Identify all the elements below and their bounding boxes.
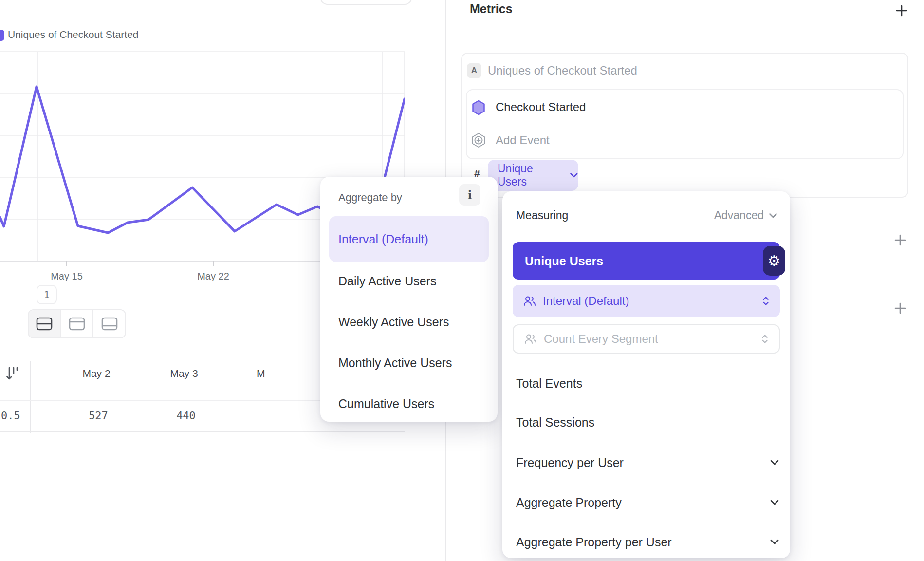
add-filter-plus-icon[interactable] [893, 233, 907, 247]
measuring-option-label: Frequency per User [516, 456, 624, 470]
add-event-icon [471, 132, 486, 148]
users-icon [524, 334, 537, 344]
layout-toggle-group [28, 309, 126, 338]
measuring-option[interactable]: Aggregate Property per User [502, 531, 790, 553]
aggregate-option[interactable]: Weekly Active Users [338, 315, 449, 329]
event-card [466, 89, 904, 159]
info-icon[interactable]: i [459, 184, 480, 206]
layout-footer-bottom-button[interactable] [92, 310, 125, 337]
add-event-button[interactable]: Add Event [496, 133, 550, 147]
measuring-option[interactable]: Frequency per User [502, 452, 790, 473]
chevron-down-icon [770, 460, 779, 466]
users-icon [523, 296, 536, 306]
table-column-header[interactable]: M [257, 366, 265, 381]
aggregate-by-title: Aggregate by [338, 191, 402, 204]
footer-bottom-icon [101, 317, 118, 331]
layout-split-rows-button[interactable] [29, 310, 60, 337]
table-cell-value: 527 [89, 409, 108, 423]
interval-selector-row[interactable]: Interval (Default) [513, 285, 780, 317]
measuring-option[interactable]: Total Events [502, 373, 790, 394]
aggregate-option-selected[interactable]: Interval (Default) [329, 216, 489, 262]
aggregate-by-popup: Aggregate by i Interval (Default) Daily … [320, 177, 498, 422]
interval-label: Interval (Default) [543, 294, 629, 308]
measuring-option[interactable]: Total Sessions [502, 411, 790, 433]
table-cell-value: 440 [176, 409, 196, 423]
event-name[interactable]: Checkout Started [496, 100, 586, 114]
segment-label: Count Every Segment [544, 332, 658, 346]
split-rows-icon [36, 317, 53, 331]
table-column-separator [30, 361, 31, 433]
measuring-popup: Measuring Advanced Unique Users ⚙ Interv… [502, 191, 790, 558]
layout-header-top-button[interactable] [60, 310, 93, 337]
series-count-badge[interactable]: 1 [37, 285, 57, 304]
sort-rows-icon[interactable] [6, 365, 20, 382]
measuring-option-label: Aggregate Property per User [516, 535, 672, 549]
measurement-pill-label: Unique Users [498, 162, 564, 188]
updown-chevron-icon [762, 296, 769, 306]
add-breakdown-plus-icon[interactable] [893, 301, 907, 315]
aggregate-option[interactable]: Daily Active Users [338, 274, 436, 288]
metric-letter-badge: A [467, 63, 481, 78]
metric-name-label[interactable]: Uniques of Checkout Started [488, 64, 637, 77]
table-column-header[interactable]: May 3 [170, 366, 198, 381]
header-top-icon [68, 317, 86, 331]
advanced-label: Advanced [714, 209, 764, 222]
advanced-toggle[interactable]: Advanced [714, 209, 777, 222]
aggregate-option[interactable]: Cumulative Users [338, 397, 434, 411]
chevron-down-icon [770, 539, 779, 545]
table-column-header[interactable]: May 2 [82, 366, 110, 381]
event-hexagon-icon [472, 100, 485, 115]
chevron-down-icon [769, 213, 777, 219]
x-axis-tick-label: May 15 [51, 271, 83, 281]
add-metric-plus-icon[interactable] [895, 4, 908, 18]
insights-app: Uniques of Checkout Started May 15May 22… [0, 0, 924, 561]
chevron-down-icon [570, 172, 578, 178]
aggregate-selected-label: Interval (Default) [338, 232, 428, 246]
metrics-panel-title: Metrics [470, 2, 513, 16]
measuring-option-label: Total Events [516, 376, 582, 391]
aggregate-option[interactable]: Monthly Active Users [338, 356, 452, 370]
count-every-segment-row[interactable]: Count Every Segment [513, 324, 780, 354]
updown-chevron-icon [761, 334, 768, 344]
measuring-title: Measuring [516, 209, 568, 222]
measuring-option-label: Total Sessions [516, 415, 594, 430]
chevron-down-icon [770, 500, 779, 506]
measuring-option-unique-users[interactable]: Unique Users ⚙ [513, 242, 780, 280]
table-bottom-border [0, 431, 405, 432]
gear-icon[interactable]: ⚙ [763, 246, 785, 276]
unique-users-label: Unique Users [525, 254, 603, 268]
measurement-pill[interactable]: Unique Users [488, 160, 578, 191]
measuring-option-label: Aggregate Property [516, 496, 622, 510]
x-axis-tick-label: May 22 [197, 271, 229, 281]
measuring-option[interactable]: Aggregate Property [502, 492, 790, 513]
table-row-label-clipped: 0.5 [1, 409, 20, 423]
